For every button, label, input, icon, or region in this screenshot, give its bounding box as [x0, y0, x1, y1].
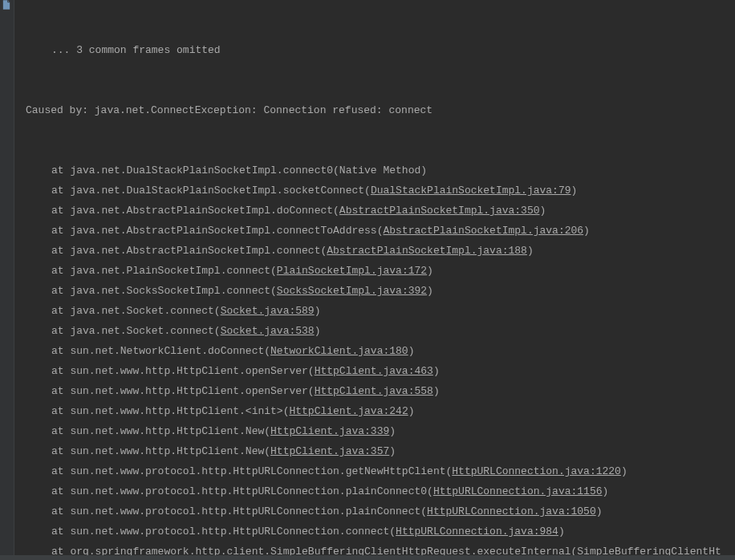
- frame-text: ): [315, 305, 321, 317]
- frame-text: ): [315, 325, 321, 337]
- frame-text: ): [527, 245, 534, 257]
- stack-frame: at sun.net.www.http.HttpClient.New(HttpC…: [26, 441, 735, 461]
- stack-frame: at sun.net.www.protocol.http.HttpURLConn…: [26, 481, 735, 501]
- frame-text: at sun.net.www.protocol.http.HttpURLConn…: [51, 526, 396, 538]
- frame-text: at sun.net.www.http.HttpClient.<init>(: [51, 405, 289, 417]
- source-link[interactable]: NetworkClient.java:180: [270, 345, 408, 357]
- frame-text: at java.net.AbstractPlainSocketImpl.conn…: [51, 245, 327, 257]
- frame-text: ): [408, 345, 415, 357]
- frame-text: ): [603, 485, 609, 497]
- statusbar-bg: [0, 555, 735, 560]
- frame-text: ): [389, 425, 396, 437]
- stack-frame: at sun.net.www.protocol.http.HttpURLConn…: [26, 461, 735, 481]
- frame-text: ): [596, 505, 603, 517]
- frame-text: ): [427, 285, 433, 297]
- stack-frame: at sun.net.www.http.HttpClient.<init>(Ht…: [26, 401, 735, 421]
- stack-frame: at java.net.PlainSocketImpl.connect(Plai…: [26, 261, 735, 281]
- frame-text: ): [571, 185, 578, 197]
- stack-frame: at java.net.DualStackPlainSocketImpl.con…: [26, 160, 735, 181]
- stack-frame: at sun.net.www.http.HttpClient.openServe…: [26, 381, 735, 401]
- frame-text: ): [621, 465, 627, 477]
- source-link[interactable]: AbstractPlainSocketImpl.java:206: [383, 225, 583, 237]
- frame-text: at sun.net.NetworkClient.doConnect(: [51, 345, 270, 357]
- source-link[interactable]: HttpClient.java:242: [289, 405, 408, 417]
- source-link[interactable]: HttpClient.java:339: [270, 425, 389, 437]
- frame-text: at sun.net.www.http.HttpClient.openServe…: [51, 385, 315, 397]
- frame-text: at sun.net.www.http.HttpClient.New(: [51, 425, 270, 437]
- frame-text: at sun.net.www.http.HttpClient.openServe…: [51, 365, 315, 377]
- frame-text: ): [389, 445, 396, 457]
- source-link[interactable]: HttpURLConnection.java:1220: [452, 465, 621, 477]
- frame-text: ): [408, 405, 415, 417]
- frame-text: at java.net.SocksSocketImpl.connect(: [51, 285, 277, 297]
- source-link[interactable]: SocksSocketImpl.java:392: [277, 285, 427, 297]
- frame-text: at java.net.Socket.connect(: [51, 325, 221, 337]
- frame-text: ): [583, 225, 590, 237]
- stack-frame: at java.net.AbstractPlainSocketImpl.conn…: [26, 221, 735, 241]
- source-link[interactable]: HttpClient.java:357: [270, 445, 389, 457]
- stack-frame: at sun.net.www.protocol.http.HttpURLConn…: [26, 501, 735, 521]
- stack-frame: at java.net.Socket.connect(Socket.java:5…: [26, 301, 735, 321]
- file-icon: [2, 0, 10, 10]
- stack-frame: at sun.net.NetworkClient.doConnect(Netwo…: [26, 341, 735, 361]
- gutter: [0, 0, 14, 560]
- console-output[interactable]: ... 3 common frames omitted Caused by: j…: [14, 0, 735, 560]
- source-link[interactable]: AbstractPlainSocketImpl.java:350: [339, 205, 540, 217]
- stack-frame: at sun.net.www.http.HttpClient.openServe…: [26, 361, 735, 381]
- source-link[interactable]: PlainSocketImpl.java:172: [277, 265, 427, 277]
- stack-frame: at sun.net.www.protocol.http.HttpURLConn…: [26, 521, 735, 542]
- stack-frame: at java.net.Socket.connect(Socket.java:5…: [26, 321, 735, 341]
- frame-text: ): [427, 265, 433, 277]
- stack-frame: at java.net.AbstractPlainSocketImpl.doCo…: [26, 201, 735, 221]
- frame-text: at sun.net.www.protocol.http.HttpURLConn…: [51, 465, 452, 477]
- frame-text: ): [558, 526, 565, 538]
- source-link[interactable]: AbstractPlainSocketImpl.java:188: [327, 245, 527, 257]
- source-link[interactable]: Socket.java:589: [221, 305, 315, 317]
- frame-text: at java.net.Socket.connect(: [51, 305, 221, 317]
- frame-text: at java.net.AbstractPlainSocketImpl.doCo…: [51, 205, 339, 217]
- source-link[interactable]: HttpURLConnection.java:984: [396, 526, 558, 538]
- stack-frame: at java.net.SocksSocketImpl.connect(Sock…: [26, 281, 735, 301]
- frames-omitted: ... 3 common frames omitted: [26, 40, 735, 60]
- stack-frame: at java.net.DualStackPlainSocketImpl.soc…: [26, 181, 735, 201]
- source-link[interactable]: HttpClient.java:463: [315, 365, 433, 377]
- stack-frame: at java.net.AbstractPlainSocketImpl.conn…: [26, 241, 735, 261]
- source-link[interactable]: HttpClient.java:558: [315, 385, 433, 397]
- frame-text: at java.net.DualStackPlainSocketImpl.con…: [51, 164, 427, 177]
- frame-text: at java.net.DualStackPlainSocketImpl.soc…: [51, 185, 371, 197]
- stack-frame: at sun.net.www.http.HttpClient.New(HttpC…: [26, 421, 735, 441]
- frame-text: at java.net.AbstractPlainSocketImpl.conn…: [51, 225, 383, 237]
- frame-text: at sun.net.www.http.HttpClient.New(: [51, 445, 270, 457]
- source-link[interactable]: Socket.java:538: [221, 325, 315, 337]
- caused-by-line: Caused by: java.net.ConnectException: Co…: [26, 100, 735, 120]
- frame-text: at sun.net.www.protocol.http.HttpURLConn…: [51, 485, 433, 497]
- frame-text: ): [540, 205, 546, 217]
- source-link[interactable]: HttpURLConnection.java:1050: [427, 505, 596, 517]
- frame-text: ): [433, 365, 440, 377]
- frame-text: ): [433, 385, 440, 397]
- frame-text: at sun.net.www.protocol.http.HttpURLConn…: [51, 505, 427, 517]
- source-link[interactable]: DualStackPlainSocketImpl.java:79: [371, 185, 571, 197]
- frame-text: at java.net.PlainSocketImpl.connect(: [51, 265, 277, 277]
- source-link[interactable]: HttpURLConnection.java:1156: [433, 485, 603, 497]
